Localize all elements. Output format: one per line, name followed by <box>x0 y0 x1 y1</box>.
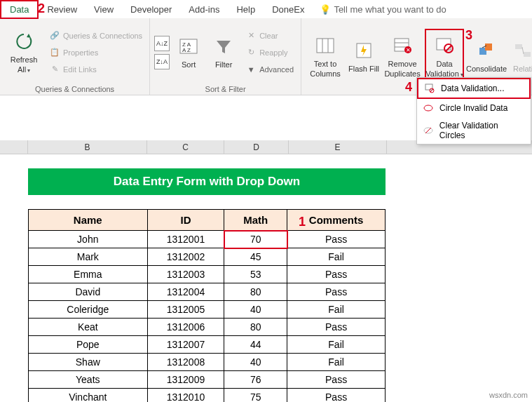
tab-view[interactable]: View <box>86 1 122 18</box>
colhead-b[interactable]: B <box>28 140 147 154</box>
cell-math[interactable]: 80 <box>224 319 287 336</box>
reapply-icon: ↻ <box>245 47 257 58</box>
cell-comments[interactable]: Pass <box>287 266 386 283</box>
cell-name[interactable]: John <box>29 231 148 248</box>
properties-button[interactable]: 📋Properties <box>46 45 145 60</box>
cell-id[interactable]: 1312005 <box>147 301 224 319</box>
cell-comments[interactable]: Fail <box>287 248 386 266</box>
relations-icon <box>512 39 532 62</box>
cell-name[interactable]: Vinchant <box>29 389 148 403</box>
cell-math[interactable]: 76 <box>224 371 287 389</box>
rmdup-label: Remove Duplicates <box>383 60 422 78</box>
cell-math[interactable]: 75 <box>224 389 287 403</box>
svg-rect-18 <box>524 52 531 57</box>
dval-label: Data Validation <box>425 60 463 78</box>
connections-icon: 🔗 <box>49 30 60 41</box>
cell-math[interactable]: 40 <box>224 354 287 371</box>
watermark: wsxdn.com <box>489 391 528 399</box>
cell-name[interactable]: Keat <box>29 319 148 336</box>
clear-circles-label: Clear Validation Circles <box>439 121 525 140</box>
consolidate-button[interactable]: Consolidate <box>467 29 506 85</box>
cell-name[interactable]: Shaw <box>29 354 148 371</box>
dv-menu-label: Data Validation... <box>441 83 505 93</box>
advanced-filter-button[interactable]: ▼Advanced <box>243 62 296 77</box>
cell-id[interactable]: 1312001 <box>147 231 224 248</box>
cell-comments[interactable]: Pass <box>287 231 386 248</box>
annotation-2: 2 <box>38 1 45 16</box>
edit-links-button[interactable]: ✎Edit Links <box>46 62 145 77</box>
colhead-d[interactable]: D <box>224 140 289 154</box>
text-to-columns-button[interactable]: Text to Columns <box>306 29 345 85</box>
refresh-all-button[interactable]: Refresh All <box>4 25 43 81</box>
cell-id[interactable]: 1312009 <box>147 371 224 389</box>
cell-id[interactable]: 1312010 <box>147 389 224 403</box>
tab-review[interactable]: Review <box>39 1 86 18</box>
colhead-c[interactable]: C <box>147 140 224 154</box>
table-row: Mark131200245Fail <box>29 248 386 266</box>
cell-comments[interactable]: Fail <box>287 336 386 354</box>
tab-addins[interactable]: Add-ins <box>180 1 228 18</box>
menu-data-validation[interactable]: Data Validation... <box>417 78 531 99</box>
tab-donex[interactable]: DoneEx <box>264 1 313 18</box>
bulb-icon: 💡 <box>320 4 331 15</box>
menu-clear-circles[interactable]: Clear Validation Circles <box>417 117 531 144</box>
flash-fill-button[interactable]: Flash Fill <box>348 29 380 85</box>
properties-icon: 📋 <box>49 47 60 58</box>
cell-name[interactable]: Yeats <box>29 371 148 389</box>
table-row: John131200170Pass <box>29 231 386 248</box>
cell-math[interactable]: 80 <box>224 283 287 301</box>
clear-label: Clear <box>259 32 278 40</box>
th-math[interactable]: Math <box>224 210 287 231</box>
cell-comments[interactable]: Pass <box>287 319 386 336</box>
tab-developer[interactable]: Developer <box>122 1 180 18</box>
cell-name[interactable]: Coleridge <box>29 301 148 319</box>
reapply-label: Reapply <box>259 48 287 57</box>
sort-button[interactable]: Z AA Z Sort <box>172 25 205 81</box>
annotation-4: 4 <box>405 80 412 95</box>
sort-asc-button[interactable]: A↓Z <box>154 36 170 51</box>
cell-comments[interactable]: Pass <box>287 389 386 403</box>
cell-id[interactable]: 1312002 <box>147 248 224 266</box>
cell-id[interactable]: 1312006 <box>147 319 224 336</box>
table-header-row: Name ID Math Comments <box>29 210 386 231</box>
cell-id[interactable]: 1312004 <box>147 283 224 301</box>
worksheet: Data Entry Form with Drop Down Name ID M… <box>0 168 532 402</box>
cell-math[interactable]: 53 <box>224 266 287 283</box>
cell-comments[interactable]: Pass <box>287 371 386 389</box>
clear-filter-button[interactable]: ✕Clear <box>243 28 296 43</box>
cell-comments[interactable]: Fail <box>287 354 386 371</box>
colhead-e[interactable]: E <box>289 140 387 154</box>
cell-name[interactable]: David <box>29 283 148 301</box>
cell-id[interactable]: 1312007 <box>147 336 224 354</box>
menu-circle-invalid[interactable]: Circle Invalid Data <box>417 99 531 117</box>
clear-icon: ✕ <box>245 30 257 41</box>
cell-name[interactable]: Emma <box>29 266 148 283</box>
sort-label: Sort <box>182 60 196 69</box>
queries-connections-button[interactable]: 🔗Queries & Connections <box>46 28 145 43</box>
relationships-button: Relati <box>509 29 532 85</box>
th-name[interactable]: Name <box>29 210 148 231</box>
th-id[interactable]: ID <box>147 210 224 231</box>
tab-data[interactable]: Data <box>0 0 39 19</box>
cell-name[interactable]: Pope <box>29 336 148 354</box>
data-validation-button[interactable]: Data Validation <box>425 29 464 85</box>
table-row: Vinchant131201075Pass <box>29 389 386 403</box>
queries-label: Queries & Connections <box>63 32 142 40</box>
cell-id[interactable]: 1312008 <box>147 354 224 371</box>
tab-help[interactable]: Help <box>228 1 264 18</box>
cell-comments[interactable]: Pass <box>287 283 386 301</box>
cell-id[interactable]: 1312003 <box>147 266 224 283</box>
cell-name[interactable]: Mark <box>29 248 148 266</box>
reapply-button[interactable]: ↻Reapply <box>243 45 296 60</box>
filter-button[interactable]: Filter <box>207 25 240 81</box>
remove-duplicates-button[interactable]: ✕ Remove Duplicates <box>383 29 422 85</box>
cell-comments[interactable]: Fail <box>287 301 386 319</box>
colhead-a[interactable] <box>0 140 28 154</box>
tell-me-search[interactable]: 💡 Tell me what you want to do <box>313 4 446 15</box>
dv-menu-icon <box>424 83 435 94</box>
cell-math[interactable]: 44 <box>224 336 287 354</box>
cell-math[interactable]: 45 <box>224 248 287 266</box>
cell-math[interactable]: 40 <box>224 301 287 319</box>
sort-desc-button[interactable]: Z↓A <box>154 54 170 69</box>
cell-math[interactable]: 70 <box>224 231 287 248</box>
